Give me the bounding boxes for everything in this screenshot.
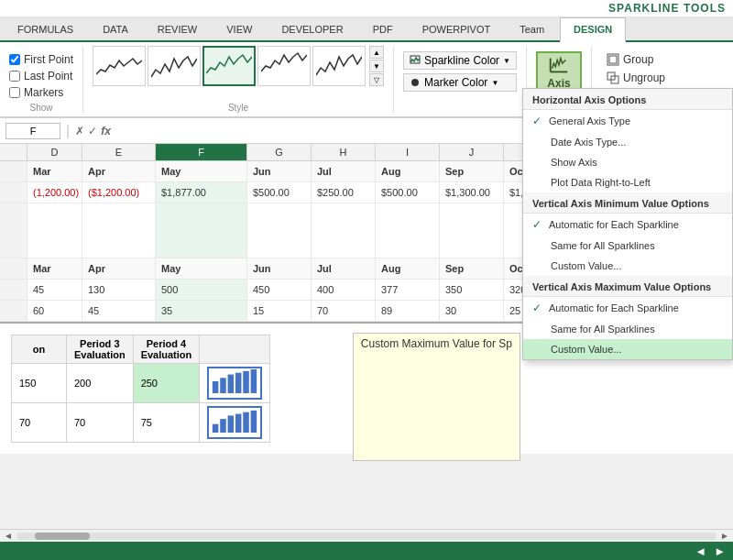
- cell-E-v2[interactable]: 130: [82, 280, 156, 300]
- tab-formulas[interactable]: FORMULAS: [4, 17, 87, 40]
- svg-rect-13: [251, 369, 257, 393]
- cell-G-v2[interactable]: 450: [247, 280, 312, 300]
- ungroup-button[interactable]: Ungroup: [601, 70, 671, 86]
- cell-on-1[interactable]: 150: [12, 364, 67, 403]
- menu-max-custom[interactable]: Custom Value...: [523, 339, 732, 359]
- cell-I-v1[interactable]: $500.00: [376, 182, 440, 203]
- menu-date-axis-type[interactable]: Date Axis Type...: [523, 132, 732, 152]
- group-button[interactable]: Group: [601, 51, 671, 68]
- markers-checkbox[interactable]: Markers: [9, 86, 73, 99]
- col-header-I[interactable]: I: [376, 144, 440, 160]
- axis-button[interactable]: Axis: [536, 51, 582, 92]
- group-label: Group: [623, 53, 653, 66]
- cell-H-v3[interactable]: 70: [312, 301, 376, 321]
- name-box[interactable]: [5, 123, 60, 139]
- sparkline-color-btn[interactable]: Sparkline Color ▼: [403, 51, 517, 70]
- status-scroll-right[interactable]: ►: [714, 544, 726, 558]
- menu-min-custom[interactable]: Custom Value...: [523, 256, 732, 276]
- cell-H-v1[interactable]: $250.00: [312, 182, 376, 203]
- status-scroll-left[interactable]: ◄: [695, 544, 706, 558]
- menu-min-same-all[interactable]: Same for All Sparklines: [523, 236, 732, 256]
- cell-G-v3[interactable]: 15: [247, 301, 312, 321]
- cell-p3-2[interactable]: 70: [67, 403, 134, 443]
- cell-F-v2[interactable]: 500: [156, 280, 247, 300]
- menu-max-auto-each[interactable]: Automatic for Each Sparkline: [523, 297, 732, 319]
- sparkline-style-2[interactable]: [148, 46, 201, 86]
- cell-F-v1[interactable]: $1,877.00: [156, 182, 247, 203]
- cell-J-v2[interactable]: 350: [440, 280, 504, 300]
- menu-max-same-all[interactable]: Same for All Sparklines: [523, 319, 732, 339]
- cell-G-month[interactable]: Jun: [247, 161, 312, 181]
- tab-review[interactable]: REVIEW: [144, 17, 211, 40]
- tab-design[interactable]: DESIGN: [560, 17, 626, 42]
- cell-I-month2[interactable]: Aug: [376, 258, 440, 279]
- cell-J-v3[interactable]: 30: [440, 301, 504, 321]
- marker-color-btn[interactable]: Marker Color ▼: [403, 73, 517, 92]
- menu-show-axis[interactable]: Show Axis: [523, 152, 732, 172]
- cell-F-month2[interactable]: May: [156, 258, 247, 279]
- scroll-thumb[interactable]: [35, 533, 90, 540]
- svg-rect-3: [609, 56, 617, 63]
- cell-on-2[interactable]: 70: [12, 403, 67, 443]
- function-icon[interactable]: fx: [101, 125, 111, 137]
- cell-p4-1[interactable]: 250: [133, 364, 200, 403]
- cell-J-month[interactable]: Sep: [440, 161, 504, 181]
- menu-min-auto-each[interactable]: Automatic for Each Sparkline: [523, 214, 732, 236]
- style-scroll-down[interactable]: ▼: [369, 60, 384, 72]
- col-header-E[interactable]: E: [82, 144, 156, 160]
- cell-E-month[interactable]: Apr: [82, 161, 156, 181]
- cell-E-v3[interactable]: 45: [82, 301, 156, 321]
- cell-D-v2[interactable]: 45: [27, 280, 82, 300]
- col-header-H[interactable]: H: [312, 144, 376, 160]
- cell-G-month2[interactable]: Jun: [247, 258, 312, 279]
- cell-H-month[interactable]: Jul: [312, 161, 376, 181]
- cell-I-v3[interactable]: 89: [376, 301, 440, 321]
- cell-E-month2[interactable]: Apr: [82, 258, 156, 279]
- cancel-icon[interactable]: ✗: [75, 125, 84, 137]
- cell-D-v3[interactable]: 60: [27, 301, 82, 321]
- cell-F-month[interactable]: May: [156, 161, 247, 181]
- cell-I-month[interactable]: Aug: [376, 161, 440, 181]
- confirm-icon[interactable]: ✓: [88, 125, 97, 137]
- scroll-track[interactable]: [16, 533, 717, 540]
- menu-plot-right-to-left[interactable]: Plot Data Right-to-Left: [523, 172, 732, 192]
- last-point-input[interactable]: [9, 71, 20, 82]
- sparkline-style-1[interactable]: [93, 46, 146, 86]
- cell-D-month2[interactable]: Mar: [27, 258, 82, 279]
- cell-I-v2[interactable]: 377: [376, 280, 440, 300]
- tab-data[interactable]: DATA: [89, 17, 142, 40]
- scroll-right-arrow[interactable]: ►: [720, 531, 729, 541]
- col-header-J[interactable]: J: [440, 144, 504, 160]
- cell-p3-1[interactable]: 200: [67, 364, 134, 403]
- tab-powerpivot[interactable]: POWERPIVOT: [409, 17, 505, 40]
- sparkline-style-5[interactable]: [312, 46, 366, 86]
- col-header-F[interactable]: F: [156, 144, 247, 160]
- cell-F-v3[interactable]: 35: [156, 301, 247, 321]
- cell-J-v1[interactable]: $1,300.00: [440, 182, 504, 203]
- style-scroll-up[interactable]: ▲: [369, 46, 384, 59]
- markers-input[interactable]: [9, 87, 20, 98]
- menu-general-axis-type[interactable]: General Axis Type: [523, 110, 732, 132]
- cell-D-v1[interactable]: (1,200.00): [27, 182, 82, 203]
- cell-H-month2[interactable]: Jul: [312, 258, 376, 279]
- col-header-G[interactable]: G: [247, 144, 312, 160]
- cell-E-v1[interactable]: ($1,200.00): [82, 182, 156, 203]
- tab-view[interactable]: VIEW: [213, 17, 266, 40]
- first-point-input[interactable]: [9, 54, 20, 65]
- cell-D-month[interactable]: Mar: [27, 161, 82, 181]
- cell-chart-2: [200, 403, 270, 443]
- cell-G-v1[interactable]: $500.00: [247, 182, 312, 203]
- scroll-left-arrow[interactable]: ◄: [4, 531, 13, 541]
- sparkline-style-3[interactable]: [202, 46, 256, 86]
- col-header-D[interactable]: D: [27, 144, 82, 160]
- tab-team[interactable]: Team: [506, 17, 558, 40]
- style-scroll-more[interactable]: ▽: [369, 73, 384, 86]
- cell-H-v2[interactable]: 400: [312, 280, 376, 300]
- last-point-checkbox[interactable]: Last Point: [9, 70, 73, 82]
- tab-developer[interactable]: DEVELOPER: [268, 17, 356, 40]
- cell-p4-2[interactable]: 75: [133, 403, 200, 443]
- first-point-checkbox[interactable]: First Point: [9, 53, 73, 66]
- tab-pdf[interactable]: PDF: [359, 17, 407, 40]
- cell-J-month2[interactable]: Sep: [440, 258, 504, 279]
- sparkline-style-4[interactable]: [257, 46, 311, 86]
